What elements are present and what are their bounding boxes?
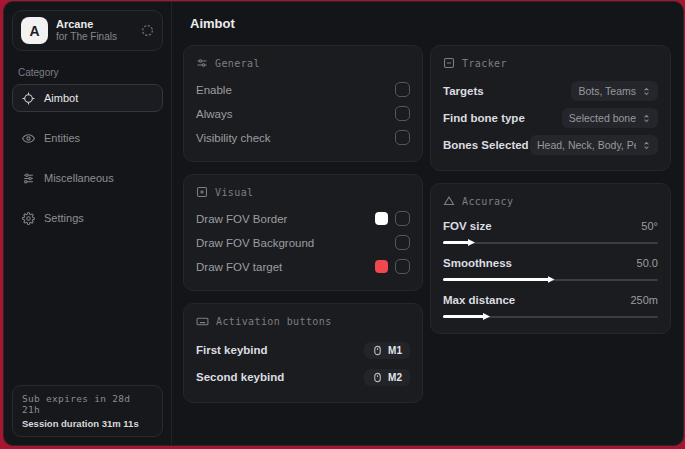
mouse-icon <box>372 345 383 356</box>
setting-row-fov-border: Draw FOV Border <box>196 207 410 230</box>
sidebar-item-label: Miscellaneous <box>44 172 114 184</box>
sidebar-item-label: Entities <box>44 132 80 144</box>
enable-checkbox[interactable] <box>395 82 410 97</box>
find-bone-type-select[interactable]: Selected bone <box>562 108 658 128</box>
setting-row-fov-target: Draw FOV target <box>196 255 410 278</box>
crosshair-icon <box>22 92 35 105</box>
app-logo: A <box>21 17 48 44</box>
activation-card: Activation buttons First keybind M1 Seco… <box>183 303 423 403</box>
fov-size-slider[interactable] <box>443 238 658 247</box>
setting-row-enable: Enable <box>196 78 410 101</box>
setting-row-always: Always <box>196 102 410 125</box>
visual-card: Visual Draw FOV Border Draw FOV Backgrou… <box>183 174 423 291</box>
fov-target-color-swatch[interactable] <box>375 260 388 273</box>
card-title: Accuracy <box>462 196 513 207</box>
sync-icon[interactable] <box>141 24 154 37</box>
card-title: Visual <box>215 187 254 198</box>
first-keybind-button[interactable]: M1 <box>364 342 410 359</box>
app-subtitle: for The Finals <box>56 31 133 43</box>
accuracy-card: Accuracy FOV size 50° <box>430 183 671 334</box>
setting-label: Max distance <box>443 294 515 306</box>
setting-label: Draw FOV Border <box>196 213 287 225</box>
setting-label: Draw FOV target <box>196 261 282 273</box>
keybind-value: M1 <box>388 345 402 356</box>
setting-label: Visibility check <box>196 132 271 144</box>
fov-background-checkbox[interactable] <box>395 235 410 250</box>
setting-row-visibility-check: Visibility check <box>196 126 410 149</box>
sidebar-item-aimbot[interactable]: Aimbot <box>12 84 163 112</box>
setting-row-first-keybind: First keybind M1 <box>196 337 410 363</box>
triangle-icon <box>443 195 455 207</box>
max-distance-value: 250m <box>630 294 658 306</box>
setting-label: Second keybind <box>196 371 284 383</box>
setting-row-fov-size: FOV size 50° <box>443 216 658 247</box>
card-title: Tracker <box>462 58 507 69</box>
slider-thumb[interactable] <box>483 313 490 320</box>
mouse-icon <box>372 372 383 383</box>
setting-row-max-distance: Max distance 250m <box>443 290 658 321</box>
eye-icon <box>22 132 35 145</box>
sub-expiry-text: Sub expires in 28d 21h <box>22 393 153 415</box>
chevron-up-down-icon <box>642 141 651 150</box>
fov-border-checkbox[interactable] <box>395 211 410 226</box>
setting-label: Draw FOV Background <box>196 237 314 249</box>
subscription-status: Sub expires in 28d 21h Session duration … <box>12 385 163 437</box>
sidebar-item-settings[interactable]: Settings <box>12 204 163 232</box>
setting-label: Find bone type <box>443 112 525 124</box>
setting-label: Enable <box>196 84 232 96</box>
card-title: Activation buttons <box>216 316 332 327</box>
setting-label: Bones Selected <box>443 139 529 151</box>
setting-row-fov-background: Draw FOV Background <box>196 231 410 254</box>
setting-row-find-bone-type: Find bone type Selected bone <box>443 105 658 131</box>
setting-label: First keybind <box>196 344 268 356</box>
select-value: Selected bone <box>569 112 636 124</box>
second-keybind-button[interactable]: M2 <box>364 369 410 386</box>
smoothness-slider[interactable] <box>443 275 658 284</box>
sliders-icon <box>196 57 208 69</box>
slider-thumb[interactable] <box>548 276 555 283</box>
setting-row-smoothness: Smoothness 50.0 <box>443 253 658 284</box>
session-duration-text: Session duration 31m 11s <box>22 418 153 429</box>
main-content: Aimbot General Enable <box>172 2 683 445</box>
fov-size-value: 50° <box>641 220 658 232</box>
max-distance-slider[interactable] <box>443 312 658 321</box>
category-label: Category <box>4 59 171 84</box>
smoothness-value: 50.0 <box>637 257 658 269</box>
select-value: Head, Neck, Body, Pe.. <box>537 139 636 151</box>
setting-label: FOV size <box>443 220 492 232</box>
fov-border-color-swatch[interactable] <box>375 212 388 225</box>
gear-icon <box>22 212 35 225</box>
scan-box-icon <box>443 57 455 69</box>
sidebar-item-label: Settings <box>44 212 84 224</box>
chevron-up-down-icon <box>642 87 651 96</box>
page-title: Aimbot <box>183 14 671 31</box>
visibility-check-checkbox[interactable] <box>395 130 410 145</box>
bones-selected-select[interactable]: Head, Neck, Body, Pe.. <box>530 135 658 155</box>
app-window: A Arcane for The Finals Category Aimbot <box>3 1 684 446</box>
setting-row-targets: Targets Bots, Teams <box>443 78 658 104</box>
sidebar-item-miscellaneous[interactable]: Miscellaneous <box>12 164 163 192</box>
always-checkbox[interactable] <box>395 106 410 121</box>
app-name: Arcane <box>56 18 133 31</box>
slider-thumb[interactable] <box>468 239 475 246</box>
sidebar-item-label: Aimbot <box>44 92 78 104</box>
setting-label: Smoothness <box>443 257 512 269</box>
select-value: Bots, Teams <box>578 85 636 97</box>
setting-row-bones-selected: Bones Selected Head, Neck, Body, Pe.. <box>443 132 658 158</box>
card-title: General <box>215 58 260 69</box>
app-titles: Arcane for The Finals <box>56 18 133 42</box>
sliders-icon <box>22 172 35 185</box>
image-plus-icon <box>196 186 208 198</box>
setting-label: Targets <box>443 85 484 97</box>
keyboard-icon <box>196 315 209 328</box>
tracker-card: Tracker Targets Bots, Teams Find bone ty… <box>430 45 671 171</box>
setting-row-second-keybind: Second keybind M2 <box>196 364 410 390</box>
fov-target-checkbox[interactable] <box>395 259 410 274</box>
chevron-up-down-icon <box>642 114 651 123</box>
sidebar: A Arcane for The Finals Category Aimbot <box>4 2 172 445</box>
sidebar-nav: Aimbot Entities Miscellaneous <box>4 84 171 232</box>
sidebar-item-entities[interactable]: Entities <box>12 124 163 152</box>
keybind-value: M2 <box>388 372 402 383</box>
targets-select[interactable]: Bots, Teams <box>571 81 658 101</box>
general-card: General Enable Always Visibility check <box>183 45 423 162</box>
